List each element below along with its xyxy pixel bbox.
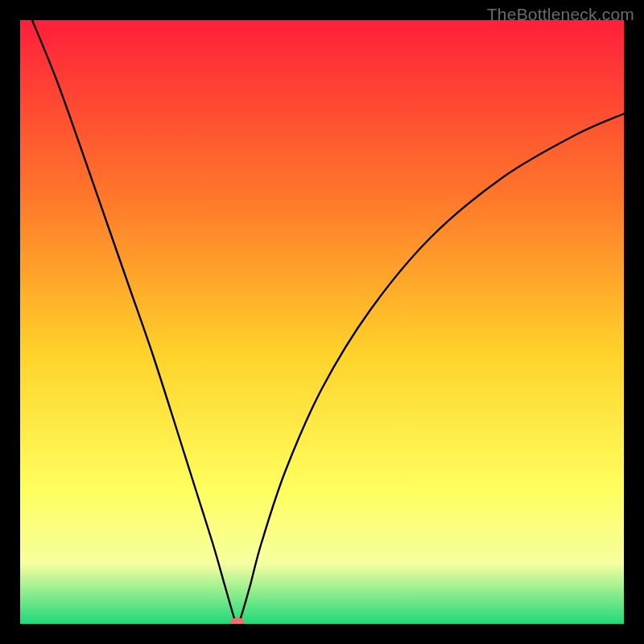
watermark-text: TheBottleneck.com — [487, 5, 634, 24]
chart-svg — [20, 20, 624, 624]
plot-area — [20, 20, 624, 624]
gradient-background — [20, 20, 624, 624]
chart-frame: TheBottleneck.com — [0, 0, 644, 644]
